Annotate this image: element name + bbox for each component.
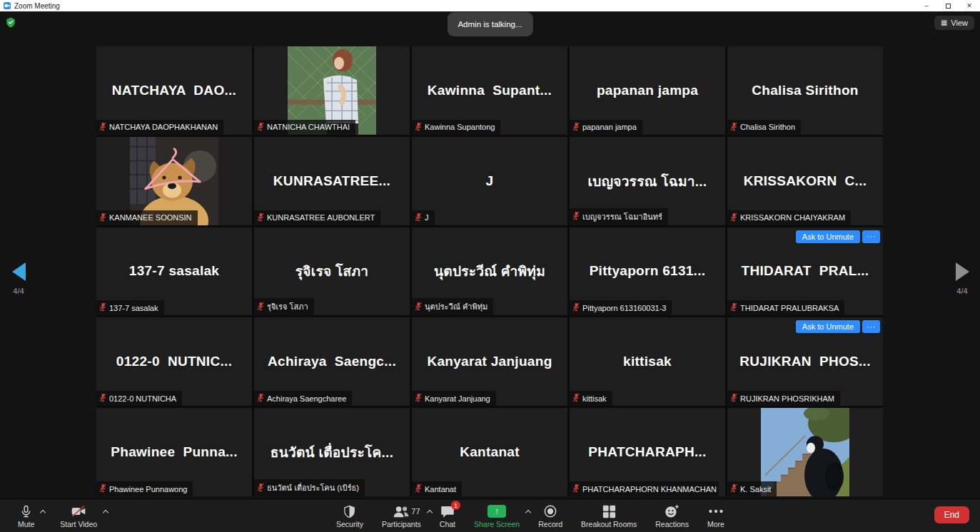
- chat-unread-badge: 1: [451, 501, 460, 510]
- unmute-controls: Ask to Unmute···: [796, 320, 880, 333]
- muted-mic-icon: [415, 393, 422, 404]
- meeting-toolbar: MuteStart Video Security77Participants1C…: [0, 498, 980, 532]
- participant-tile[interactable]: JJ: [412, 137, 567, 225]
- toolbar-participants-label: Participants: [382, 520, 421, 528]
- participant-name-label: Kantanat: [412, 481, 462, 496]
- close-button[interactable]: ✕: [959, 0, 980, 11]
- participant-name-label: Kawinna Supantong: [412, 120, 500, 135]
- tile-more-button[interactable]: ···: [862, 320, 880, 333]
- toolbar-share-screen-button[interactable]: ↑Share Screen: [465, 503, 529, 528]
- participant-name-text: THIDARAT PRALUBRAKSA: [740, 304, 839, 312]
- participant-name-text: Kantanat: [425, 485, 456, 493]
- toolbar-share-screen-label: Share Screen: [474, 520, 520, 528]
- participant-name-text: เบญจวรรณ โฉมาอินทร์: [582, 210, 662, 223]
- participant-name-text: K. Saksit: [740, 485, 771, 493]
- participant-tile[interactable]: KUNRASATREE...KUNRASATREE AUBONLERT: [254, 137, 410, 225]
- participant-tile[interactable]: ธนวัตน์ เตื่อประโค...ธนวัตน์ เตื่อประโคน…: [254, 408, 410, 496]
- participant-tile[interactable]: 137-7 sasalak137-7 sasalak: [96, 227, 252, 316]
- participant-tile[interactable]: Phawinee Punna...Phawinee Punnawong: [96, 408, 252, 496]
- end-meeting-button[interactable]: End: [934, 506, 969, 523]
- toolbar-breakout-rooms-button[interactable]: Breakout Rooms: [572, 503, 646, 528]
- participant-name-text: NATNICHA CHAWTHAI: [267, 123, 350, 131]
- chevron-up-icon[interactable]: [103, 510, 108, 516]
- participant-tile[interactable]: Pittyaporn 6131...Pittyaporn 613160031-3: [570, 227, 725, 316]
- participant-name-text: ธนวัตน์ เตื่อประโคน (เบิร์ธ): [267, 481, 359, 494]
- participant-tile[interactable]: KRISSAKORN C...KRISSAKORN CHAIYAKRAM: [727, 137, 883, 225]
- participant-tile[interactable]: papanan jampapapanan jampa: [570, 46, 725, 135]
- participant-tile[interactable]: นุตประวีณ์ คำพิทุ่มนุตประวีณ์ คำพิทุ่ม: [412, 227, 567, 316]
- record-icon: [543, 504, 557, 518]
- breakout-rooms-icon: [602, 504, 616, 518]
- toolbar-record-label: Record: [538, 520, 562, 528]
- participant-tile[interactable]: NATCHAYA DAO...NATCHAYA DAOPHAKHANAN: [96, 46, 252, 135]
- toolbar-more-button[interactable]: More: [698, 503, 734, 528]
- participant-name-label: ธนวัตน์ เตื่อประโคน (เบิร์ธ): [254, 479, 365, 496]
- view-button[interactable]: ▦ View: [934, 16, 974, 30]
- share-screen-icon: ↑: [488, 504, 506, 518]
- participant-tile[interactable]: เบญจวรรณ โฉมา...เบญจวรรณ โฉมาอินทร์: [570, 137, 725, 225]
- participant-name-text: Chalisa Sirithon: [740, 123, 795, 131]
- toolbar-security-button[interactable]: Security: [327, 503, 373, 528]
- participant-tile[interactable]: RUJIKRAN PHOS...Ask to Unmute···RUJIKRAN…: [727, 317, 883, 406]
- participant-tile[interactable]: Kawinna Supant...Kawinna Supantong: [412, 46, 567, 135]
- participant-tile[interactable]: kittisakkittisak: [570, 317, 725, 406]
- chat-bubble-icon: 1: [440, 504, 455, 518]
- prev-page-button[interactable]: 4/4: [8, 262, 29, 295]
- window-title: Zoom Meeting: [14, 2, 60, 10]
- participant-tile[interactable]: KantanatKantanat: [412, 408, 567, 496]
- participant-tile[interactable]: KANMANEE SOONSIN: [96, 137, 252, 225]
- muted-mic-icon: [572, 393, 580, 404]
- participant-name-label: NATNICHA CHAWTHAI: [254, 120, 355, 135]
- muted-mic-icon: [730, 393, 737, 404]
- toolbar-breakout-rooms-label: Breakout Rooms: [581, 520, 637, 528]
- toolbar-chat-button[interactable]: 1Chat: [430, 503, 465, 528]
- tile-more-button[interactable]: ···: [862, 230, 880, 243]
- muted-mic-icon: [572, 484, 580, 494]
- encryption-shield-icon[interactable]: [6, 17, 16, 28]
- ask-to-unmute-button[interactable]: Ask to Unmute: [796, 320, 860, 333]
- ask-to-unmute-button[interactable]: Ask to Unmute: [796, 230, 860, 243]
- toolbar-mute-button[interactable]: Mute: [9, 503, 44, 528]
- participant-name-label: kittisak: [570, 391, 612, 406]
- muted-mic-icon: [257, 122, 264, 133]
- muted-mic-icon: [99, 302, 106, 313]
- toolbar-participants-button[interactable]: 77Participants: [373, 503, 430, 528]
- participant-name-label: 137-7 sasalak: [96, 300, 164, 315]
- toolbar-security-label: Security: [336, 520, 363, 528]
- participant-tile[interactable]: PHATCHARAPH...PHATCHARAPHORN KHANMACHAN: [570, 408, 725, 496]
- participant-name-text: papanan jampa: [582, 123, 637, 131]
- participant-tile[interactable]: Achiraya Saengc...Achiraya Saengcharee: [254, 317, 410, 406]
- participant-name-label: Kanyarat Janjuang: [412, 391, 496, 406]
- minimize-button[interactable]: –: [916, 0, 937, 11]
- arrow-left-icon: [12, 262, 26, 281]
- participant-tile[interactable]: NATNICHA CHAWTHAI: [254, 46, 410, 135]
- muted-mic-icon: [99, 484, 106, 494]
- participant-tile[interactable]: รุจิเรจ โสภารุจิเรจ โสภา: [254, 227, 410, 316]
- participant-name-label: J: [412, 210, 435, 225]
- participant-name-text: J: [425, 213, 429, 222]
- toolbar-reactions-button[interactable]: Reactions: [646, 503, 698, 528]
- muted-mic-icon: [257, 302, 264, 312]
- muted-mic-icon: [415, 122, 422, 133]
- participant-tile[interactable]: Chalisa SirithonChalisa Sirithon: [727, 46, 883, 135]
- participant-name-label: KUNRASATREE AUBONLERT: [254, 210, 380, 225]
- participant-name-label: Phawinee Punnawong: [96, 481, 193, 496]
- toolbar-record-button[interactable]: Record: [529, 503, 572, 528]
- arrow-right-icon: [956, 262, 969, 281]
- participant-tile[interactable]: 0122-0 NUTNIC...0122-0 NUTNICHA: [96, 317, 252, 406]
- participant-tile[interactable]: THIDARAT PRAL...Ask to Unmute···THIDARAT…: [727, 227, 883, 316]
- muted-mic-icon: [730, 122, 737, 133]
- chevron-up-icon[interactable]: [40, 510, 46, 516]
- participant-name-label: RUJIKRAN PHOSRIKHAM: [727, 391, 840, 406]
- participant-name-text: PHATCHARAPHORN KHANMACHAN: [582, 485, 717, 493]
- restore-button[interactable]: [937, 0, 959, 11]
- participant-tile[interactable]: Kanyarat JanjuangKanyarat Janjuang: [412, 317, 567, 406]
- restore-icon: [946, 4, 951, 9]
- toolbar-start-video-button[interactable]: Start Video: [51, 503, 106, 528]
- participant-name-text: kittisak: [582, 394, 607, 403]
- participant-name-label: K. Saksit: [727, 481, 777, 496]
- next-page-button[interactable]: 4/4: [951, 262, 973, 295]
- muted-mic-icon: [415, 213, 422, 223]
- participant-tile[interactable]: K. Saksit: [727, 408, 883, 496]
- toolbar-chat-label: Chat: [440, 520, 455, 528]
